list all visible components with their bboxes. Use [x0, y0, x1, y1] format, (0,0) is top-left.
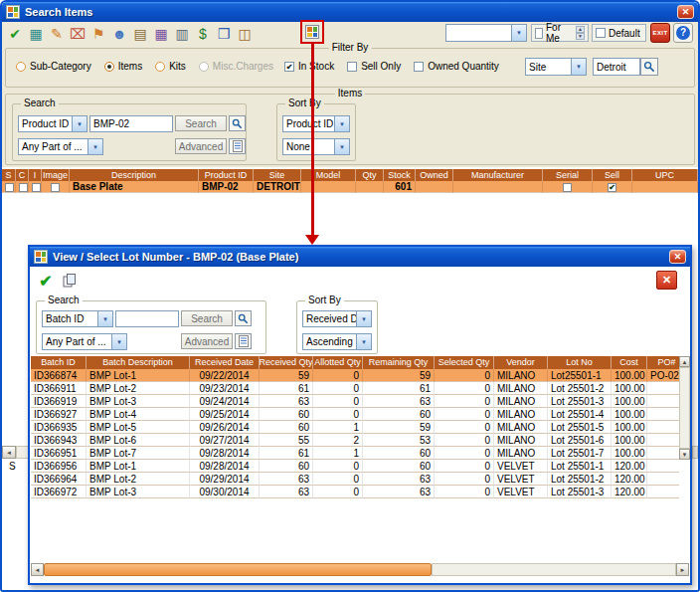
cell-checkbox[interactable]	[29, 181, 42, 193]
lot-advanced-button[interactable]: Advanced	[181, 333, 233, 349]
column-header[interactable]: Qty	[356, 169, 384, 181]
close-icon[interactable]: ✕	[669, 250, 686, 264]
filter-radio-items[interactable]: Items	[104, 61, 142, 72]
column-header[interactable]: Lot No	[548, 356, 612, 369]
chevron-down-icon[interactable]: ▼	[571, 59, 586, 75]
column-header[interactable]: Batch Description	[87, 356, 190, 369]
column-header[interactable]: Cost	[612, 356, 647, 369]
lot-sort-primary-combo[interactable]: Received D... ▼	[302, 310, 372, 327]
search-mode-combo[interactable]: Any Part of ... ▼	[18, 138, 103, 155]
column-header[interactable]: S	[2, 169, 16, 181]
lot-copy-button[interactable]	[60, 271, 80, 291]
lot-accept-button[interactable]: ✔	[36, 271, 56, 291]
matrix-icon[interactable]: ▦	[151, 24, 171, 44]
for-me-spinner[interactable]: ▲ ▼	[576, 26, 585, 40]
notes-icon[interactable]: ▤	[130, 24, 150, 44]
scroll-track[interactable]	[432, 563, 676, 576]
inventory-icon[interactable]: ◫	[235, 24, 255, 44]
cell-checkbox[interactable]	[42, 181, 70, 193]
spinner-down-icon[interactable]: ▼	[576, 33, 585, 40]
column-header[interactable]: Site	[254, 169, 301, 181]
lot-cancel-button[interactable]: ✕	[656, 271, 677, 290]
delete-icon[interactable]: ⌧	[68, 24, 88, 44]
table-row[interactable]: ID366951BMP Lot-709/28/2014611600MILANOL…	[31, 447, 679, 460]
column-header[interactable]: Received Qty	[260, 356, 313, 369]
column-header[interactable]: Selected Qty	[435, 356, 494, 369]
column-header[interactable]: Model	[301, 169, 356, 181]
search-magnifier-button[interactable]	[229, 115, 246, 131]
search-field-combo[interactable]: Product ID ▼	[18, 115, 88, 132]
site-search-input[interactable]	[593, 58, 640, 76]
table-row[interactable]: ID366964BMP Lot-209/29/2014630630VELVETL…	[31, 473, 679, 486]
filter-radio-sub-category[interactable]: Sub-Category	[16, 61, 91, 72]
quick-filter-combo[interactable]: ▼	[445, 24, 527, 42]
chevron-down-icon[interactable]: ▼	[356, 334, 371, 349]
table-row[interactable]: ID366943BMP Lot-609/27/2014552530MILANOL…	[31, 434, 679, 447]
payments-icon[interactable]: $	[193, 24, 213, 44]
chevron-down-icon[interactable]: ▼	[88, 139, 102, 154]
cell-checkbox[interactable]	[2, 181, 16, 193]
column-header[interactable]: Batch ID	[31, 356, 87, 369]
lot-titlebar[interactable]: View / Select Lot Number - BMP-02 (Base …	[30, 247, 690, 267]
sort-primary-combo[interactable]: Product ID ▼	[282, 115, 350, 132]
calculator-icon[interactable]: ▥	[172, 24, 192, 44]
cell-checkbox[interactable]: ✔	[593, 181, 632, 193]
new-item-icon[interactable]: ▦	[26, 24, 46, 44]
table-row[interactable]: ID366956BMP Lot-109/28/2014600600VELVETL…	[31, 460, 679, 473]
column-header[interactable]: UPC	[632, 169, 698, 181]
column-header[interactable]: Received Date	[190, 356, 260, 369]
main-hscrollbar[interactable]: ◄	[2, 446, 30, 459]
search-button[interactable]: Search	[175, 115, 227, 131]
help-button[interactable]: ?	[673, 23, 693, 43]
scroll-track[interactable]	[679, 367, 690, 449]
scroll-down-icon[interactable]: ▼	[679, 449, 690, 460]
lot-query-input[interactable]	[115, 310, 179, 327]
for-me-control[interactable]: For Me ▲ ▼	[531, 24, 589, 42]
chevron-down-icon[interactable]: ▼	[511, 25, 526, 41]
table-row[interactable]: ID366935BMP Lot-509/26/2014601590MILANOL…	[31, 421, 679, 434]
column-header[interactable]: Vendor	[494, 356, 548, 369]
lot-report-button[interactable]	[235, 333, 252, 349]
table-row[interactable]: ID366972BMP Lot-309/30/2014630630VELVETL…	[31, 486, 679, 498]
report-button[interactable]	[229, 138, 246, 154]
column-header[interactable]: Owned	[416, 169, 453, 181]
lot-hscrollbar[interactable]: ◄ ►	[31, 563, 689, 576]
advanced-button[interactable]: Advanced	[175, 138, 227, 154]
lot-field-combo[interactable]: Batch ID ▼	[42, 310, 113, 327]
table-row[interactable]: ID366927BMP Lot-409/25/2014600600MILANOL…	[31, 408, 679, 421]
scroll-left-icon[interactable]: ◄	[2, 446, 16, 459]
column-header[interactable]: C	[16, 169, 29, 181]
column-header[interactable]: PO#	[647, 356, 679, 369]
vendors-icon[interactable]: ☻	[109, 24, 129, 44]
filter-radio-kits[interactable]: Kits	[155, 61, 186, 72]
column-header[interactable]: Description	[70, 169, 199, 181]
column-header[interactable]: Remaining Qty	[363, 356, 435, 369]
column-header[interactable]: I	[29, 169, 42, 181]
table-row[interactable]: ID366919BMP Lot-309/24/2014630630MILANOL…	[31, 395, 679, 408]
filter-check-owned-quantity[interactable]: Owned Quantity	[414, 61, 499, 72]
chevron-down-icon[interactable]: ▼	[111, 334, 126, 349]
column-header[interactable]: Stock	[384, 169, 416, 181]
site-combo[interactable]: Site ▼	[525, 58, 587, 76]
lot-mode-combo[interactable]: Any Part of ... ▼	[42, 333, 127, 350]
scroll-left-icon[interactable]: ◄	[31, 563, 44, 576]
lot-search-button[interactable]: Search	[181, 310, 233, 326]
chevron-down-icon[interactable]: ▼	[72, 116, 87, 131]
sort-secondary-combo[interactable]: None ▼	[282, 138, 350, 155]
main-hscrollbar-right[interactable]	[692, 446, 698, 459]
chevron-down-icon[interactable]: ▼	[97, 311, 112, 326]
default-checkbox[interactable]	[596, 28, 606, 38]
column-header[interactable]: Sell	[593, 169, 632, 181]
chevron-down-icon[interactable]: ▼	[356, 311, 371, 326]
chevron-down-icon[interactable]: ▼	[334, 116, 349, 131]
scroll-right-icon[interactable]: ►	[676, 563, 689, 576]
edit-icon[interactable]: ✎	[47, 24, 67, 44]
label-icon[interactable]: ⚑	[88, 24, 108, 44]
site-search-button[interactable]	[640, 58, 658, 76]
column-header[interactable]: Manufacturer	[453, 169, 543, 181]
exit-button[interactable]: EXIT	[650, 23, 670, 43]
default-control[interactable]: Default	[592, 24, 646, 42]
table-row[interactable]: Base PlateBMP-02DETROIT601✔	[2, 181, 698, 193]
table-row[interactable]: ID366911BMP Lot-209/23/2014610610MILANOL…	[31, 382, 679, 395]
filter-check-sell-only[interactable]: Sell Only	[347, 61, 401, 72]
